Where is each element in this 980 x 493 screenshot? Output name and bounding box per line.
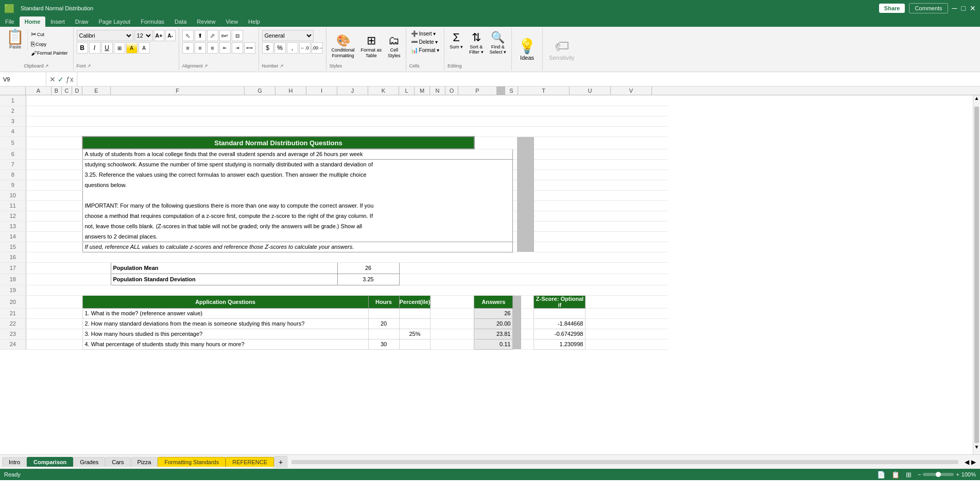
cell-stuv15[interactable] (534, 242, 668, 252)
sheet-tab-formatting[interactable]: Formatting Standards (158, 457, 226, 467)
sheet-tab-pizza[interactable]: Pizza (131, 457, 158, 467)
fill-color-button[interactable]: A (126, 42, 137, 54)
vertical-scrollbar[interactable]: ▲ ▼ (973, 95, 980, 454)
cell-p14[interactable] (513, 231, 517, 242)
number-format-select[interactable]: General (262, 30, 314, 41)
cell-text-11[interactable]: IMPORTANT: For many of the following que… (82, 200, 513, 211)
cell-q3-hours[interactable] (368, 329, 399, 339)
cell-stuv6[interactable] (534, 149, 668, 159)
cell-q2-ans[interactable]: 20.00 (474, 318, 513, 329)
col-answers-header[interactable]: Answers (474, 295, 513, 308)
cell-q20[interactable] (513, 295, 517, 308)
cell-stuv10[interactable] (534, 190, 668, 200)
formula-input[interactable] (77, 72, 980, 86)
cell-uv21[interactable] (586, 308, 668, 318)
page-normal-view-button[interactable]: 📄 (877, 471, 885, 479)
cell-stuv9[interactable] (534, 180, 668, 190)
close-button[interactable]: ✕ (970, 4, 976, 12)
cell-text-14[interactable]: answers to 2 decimal places. (82, 231, 513, 242)
zoom-slider[interactable] (923, 473, 954, 476)
cell-p10[interactable] (513, 190, 517, 200)
cell-abcd8[interactable] (26, 169, 82, 180)
tab-draw[interactable]: Draw (70, 16, 94, 27)
cell-a5[interactable] (26, 137, 51, 149)
cell-abcd14[interactable] (26, 231, 82, 242)
cell-lmn20[interactable] (431, 295, 474, 308)
cell-abcd18[interactable] (26, 274, 82, 285)
tab-help[interactable]: Help (243, 16, 265, 27)
cell-s23[interactable] (521, 329, 534, 339)
cell-r20[interactable] (517, 295, 521, 308)
cell-q13[interactable] (517, 221, 521, 231)
cell-text-8[interactable]: 3.25. Reference the values using the cor… (82, 169, 513, 180)
cell-p15[interactable] (513, 242, 517, 252)
cancel-formula-icon[interactable]: ✕ (49, 75, 56, 83)
cell-lmn22[interactable] (431, 318, 474, 329)
cell-uv24[interactable] (586, 339, 668, 349)
decrease-indent-button[interactable]: ⇤ (219, 42, 231, 54)
sheet-tab-reference[interactable]: REFERENCE (226, 457, 274, 467)
cell-stuv14[interactable] (534, 231, 668, 242)
cell-q24[interactable] (513, 339, 517, 349)
align-right-button[interactable]: ≡ (207, 42, 218, 54)
underline-button[interactable]: U (101, 42, 113, 54)
cell-remaining17[interactable] (399, 262, 668, 274)
cell-r14[interactable] (521, 231, 534, 242)
cell-q3-z[interactable]: -0.6742998 (534, 329, 586, 339)
cell-uv23[interactable] (586, 329, 668, 339)
cell-stuv12[interactable] (534, 211, 668, 221)
cell-pop-std-value[interactable]: 3.25 (337, 274, 399, 285)
tab-file[interactable]: File (0, 16, 20, 27)
cell-pop-std-label[interactable]: Population Standard Deviation (111, 274, 337, 285)
cell-pop-mean-value[interactable]: 26 (337, 262, 399, 274)
insert-function-icon[interactable]: ƒx (66, 75, 74, 83)
scroll-right-button[interactable]: ▶ (971, 458, 976, 466)
cell-abcd23[interactable] (26, 329, 82, 339)
cell-s20[interactable] (521, 295, 534, 308)
confirm-formula-icon[interactable]: ✓ (58, 75, 64, 83)
cell-q4-pct[interactable] (399, 339, 431, 349)
indent-more-button[interactable]: ⟺ (244, 42, 255, 54)
cell-q22[interactable] (513, 318, 517, 329)
cell-stuv13[interactable] (534, 221, 668, 231)
col-zscore-header[interactable]: Z-Score: Optional if (534, 295, 586, 308)
cell-e18[interactable] (82, 274, 111, 285)
scroll-thumb[interactable] (974, 107, 979, 443)
cell-stuv11[interactable] (534, 200, 668, 211)
col-header-i[interactable]: I (306, 87, 337, 95)
cell-u5[interactable] (627, 137, 668, 149)
zoom-out-button[interactable]: − (918, 471, 921, 478)
cell-q9[interactable] (517, 180, 521, 190)
cell-text-9[interactable]: questions below. (82, 180, 513, 190)
format-painter-button[interactable]: 🖌 Format Painter (30, 49, 69, 57)
cell-abcd7[interactable] (26, 159, 82, 169)
ideas-button[interactable]: 💡 Ideas (516, 30, 538, 69)
delete-button[interactable]: ➖ Delete ▾ (409, 38, 441, 46)
cell-o5[interactable] (474, 137, 513, 149)
cell-lmn21[interactable] (431, 308, 474, 318)
cell-r13[interactable] (521, 221, 534, 231)
cell-lmn23[interactable] (431, 329, 474, 339)
align-top-left-button[interactable]: ⬁ (182, 30, 194, 41)
cell-q1-text[interactable]: 1. What is the mode? (reference answer v… (82, 308, 368, 318)
find-select-button[interactable]: 🔍 Find &Select ▾ (488, 30, 509, 56)
bold-button[interactable]: B (77, 42, 88, 54)
cell-abcd22[interactable] (26, 318, 82, 329)
paste-button[interactable]: 📋 Paste (3, 29, 28, 50)
cell-b6[interactable] (51, 149, 62, 159)
cell-s5[interactable] (534, 137, 586, 149)
cell-lmn24[interactable] (431, 339, 474, 349)
cell-q10[interactable] (517, 190, 521, 200)
increase-font-button[interactable]: A+ (154, 30, 164, 41)
cell-q11[interactable] (517, 200, 521, 211)
cell-q23[interactable] (513, 329, 517, 339)
autosum-button[interactable]: Σ Sum ▾ (448, 30, 465, 50)
merge-center-button[interactable]: ⊟ (232, 30, 243, 41)
increase-indent-button[interactable]: ⇥ (232, 42, 243, 54)
format-button[interactable]: 📊 Format ▾ (409, 46, 441, 54)
cell-uv22[interactable] (586, 318, 668, 329)
tab-review[interactable]: Review (192, 16, 220, 27)
cell-q7[interactable] (517, 159, 521, 169)
cell-styles-button[interactable]: 🗂 CellStyles (386, 33, 403, 60)
horiz-scroll-area[interactable] (289, 460, 960, 464)
